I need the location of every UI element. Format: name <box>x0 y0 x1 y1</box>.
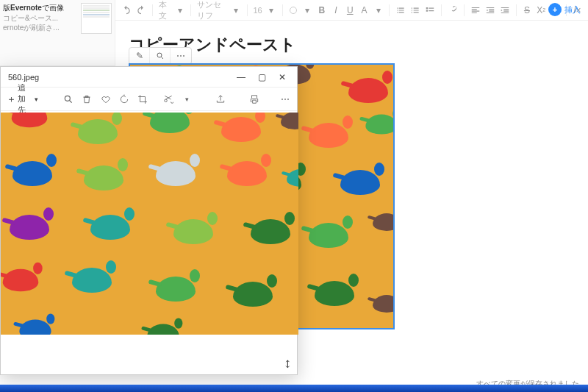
undo-icon[interactable] <box>121 4 132 17</box>
insert-label: 挿入 <box>564 4 581 15</box>
chevron-down-icon: ▾ <box>267 4 276 17</box>
indent-icon[interactable] <box>500 4 510 17</box>
plus-icon: ＋ <box>7 93 16 106</box>
zoom-icon[interactable] <box>150 48 171 64</box>
check-list-icon[interactable] <box>425 4 435 17</box>
chevron-down-icon: ▾ <box>35 96 38 103</box>
viewer-titlebar[interactable]: 560.jpeg — ▢ ✕ <box>1 67 297 88</box>
close-button[interactable]: ✕ <box>272 69 293 85</box>
insert-button[interactable]: + 挿入 <box>548 3 581 16</box>
number-list-icon[interactable] <box>410 4 420 17</box>
cut-icon[interactable] <box>162 92 173 107</box>
chevron-down-icon: ▾ <box>231 4 240 17</box>
more-icon[interactable]: ⋯ <box>280 92 291 107</box>
note-line-1: 版Evernoteで画像 <box>3 3 76 13</box>
chevron-down-icon: ▾ <box>303 4 312 17</box>
bold-icon[interactable]: B <box>317 4 326 17</box>
viewer-filename: 560.jpeg <box>8 73 39 82</box>
share-icon[interactable] <box>215 92 226 107</box>
crop-icon[interactable] <box>137 92 148 107</box>
svg-point-0 <box>157 53 162 57</box>
strike-icon[interactable]: S <box>522 4 531 17</box>
font-selector[interactable]: サンセリフ <box>197 0 226 21</box>
bullet-list-icon[interactable] <box>395 4 406 17</box>
note-thumbnail <box>81 3 112 34</box>
underline-icon[interactable]: U <box>345 4 355 17</box>
align-icon[interactable] <box>470 4 481 17</box>
superscript-icon[interactable]: X2 <box>537 4 546 17</box>
chevron-down-icon: ▾ <box>175 4 184 17</box>
editor-toolbar: 本文 ▾ サンセリフ ▾ 16 ▾ ▾ B I U A ▾ S X2 X2 I×… <box>115 0 588 21</box>
link-icon[interactable] <box>448 4 458 17</box>
font-size-selector[interactable]: 16 <box>253 6 262 15</box>
svg-point-1 <box>65 96 71 101</box>
image-viewer-window: 560.jpeg — ▢ ✕ ＋ 追加先 ▾ ▾ ⋯ <box>0 66 298 375</box>
delete-icon[interactable] <box>82 92 93 107</box>
viewer-toolbar: ＋ 追加先 ▾ ▾ ⋯ <box>1 88 297 111</box>
rotate-icon[interactable] <box>118 92 129 107</box>
note-card[interactable]: 版Evernoteで画像 コピー&ペース... ernoteが刷新さ... <box>3 3 112 47</box>
annotate-icon[interactable]: ✎ <box>129 48 150 64</box>
note-list-sidebar: 版Evernoteで画像 コピー&ペース... ernoteが刷新さ... <box>0 0 115 66</box>
note-line-3: ernoteが刷新さ... <box>3 23 76 33</box>
add-destination-button[interactable]: ＋ 追加先 ▾ <box>7 82 38 115</box>
image-floating-toolbar: ✎ ⋯ <box>129 47 192 65</box>
redo-icon[interactable] <box>136 4 146 17</box>
style-selector[interactable]: 本文 <box>159 0 171 21</box>
favorite-icon[interactable] <box>100 92 111 107</box>
print-icon[interactable] <box>248 92 259 107</box>
italic-icon[interactable]: I <box>331 4 340 17</box>
note-title[interactable]: コピーアンドペースト <box>129 34 567 56</box>
chevron-down-icon: ▾ <box>373 4 383 17</box>
maximize-button[interactable]: ▢ <box>251 69 272 85</box>
plus-icon: + <box>548 3 562 16</box>
search-icon[interactable] <box>63 92 74 107</box>
resize-handle-icon[interactable]: ⤡ <box>281 357 295 371</box>
outdent-icon[interactable] <box>485 4 495 17</box>
viewer-image[interactable] <box>1 113 298 335</box>
note-line-2: コピー&ペース... <box>3 13 76 24</box>
minimize-button[interactable]: — <box>231 69 251 85</box>
chevron-down-icon[interactable]: ▾ <box>182 92 193 107</box>
text-color-icon[interactable] <box>289 4 298 17</box>
taskbar <box>0 385 588 392</box>
more-icon[interactable]: ⋯ <box>171 48 191 64</box>
highlight-icon[interactable]: A <box>359 4 369 17</box>
